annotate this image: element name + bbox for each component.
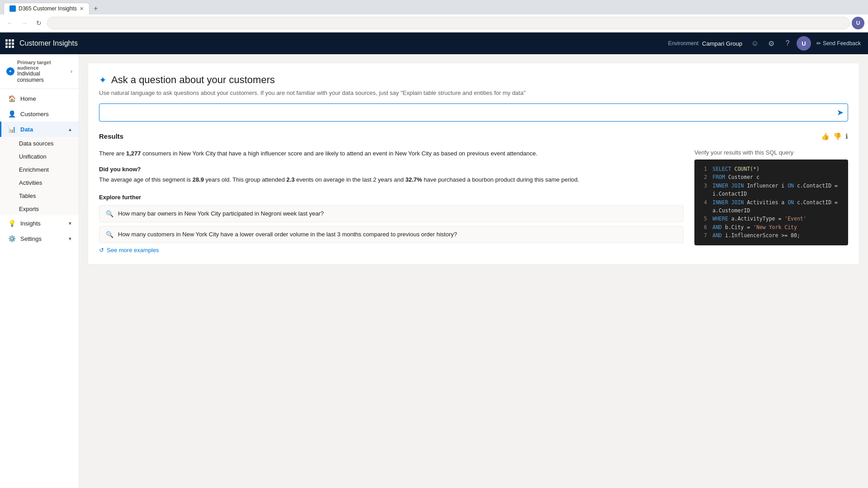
sidebar-subitem-exports[interactable]: Exports xyxy=(0,202,79,216)
sql-panel: Verify your results with this SQL query … xyxy=(694,149,848,253)
sidebar-item-data[interactable]: 📊 Data ▲ xyxy=(0,122,79,137)
main-content: ✦ Ask a question about your customers Us… xyxy=(79,54,868,488)
explore-item-0-text: How many bar owners in New York City par… xyxy=(118,210,324,217)
settings-icon: ⚙️ xyxy=(8,235,16,243)
sidebar-item-customers[interactable]: 👤 Customers xyxy=(0,106,79,122)
thumbs-down-icon[interactable]: 👎 xyxy=(833,132,842,141)
thumbs-up-icon[interactable]: 👍 xyxy=(821,132,830,141)
sidebar-item-insights[interactable]: 💡 Insights ▼ xyxy=(0,216,79,231)
sidebar-subitem-activities[interactable]: Activities xyxy=(0,176,79,189)
sparkle-icon: ✦ xyxy=(99,75,107,85)
explore-item-0-icon: 🔍 xyxy=(106,210,113,217)
app-title: Customer Insights xyxy=(19,39,663,47)
sidebar-subitem-tables[interactable]: Tables xyxy=(0,189,79,202)
browser-chrome: D365 Customer Insights ✕ + ← → ↻ custome… xyxy=(0,0,868,33)
sidebar-item-home[interactable]: 🏠 Home xyxy=(0,91,79,106)
sql-line-4: 4 INNER JOIN Activities a ON c.ContactID… xyxy=(700,198,843,215)
result-top-bar: Results 👍 👎 ℹ xyxy=(99,132,848,144)
waffle-menu-icon[interactable] xyxy=(5,39,14,48)
enrichment-label: Enrichment xyxy=(19,166,49,173)
sql-panel-header: Verify your results with this SQL query xyxy=(694,149,848,156)
home-icon: 🏠 xyxy=(8,94,16,103)
topnav-icon-group: ☺ ⚙ ? U xyxy=(748,36,811,51)
results-main-text: There are 1,277 consumers in New York Ci… xyxy=(99,149,684,159)
ask-question-submit-button[interactable]: ➤ xyxy=(837,108,844,117)
browser-user-avatar[interactable]: U xyxy=(852,17,864,29)
new-tab-button[interactable]: + xyxy=(90,3,102,14)
explore-item-1[interactable]: 🔍 How many customers in New York City ha… xyxy=(99,226,684,243)
result-feedback-group: 👍 👎 ℹ xyxy=(821,132,848,141)
explore-item-1-icon: 🔍 xyxy=(106,231,113,238)
ask-description: Use natural language to ask questions ab… xyxy=(99,89,848,96)
sidebar-subitem-unification[interactable]: Unification xyxy=(0,150,79,163)
sql-lineno-6: 6 xyxy=(700,223,707,231)
target-chevron-icon: › xyxy=(71,68,72,75)
back-button[interactable]: ← xyxy=(4,17,16,29)
send-feedback-icon: ✏ xyxy=(816,40,821,47)
sidebar-item-home-label: Home xyxy=(20,95,72,102)
results-section: Results 👍 👎 ℹ There are 1,277 consumers … xyxy=(99,132,848,253)
explore-further-title: Explore further xyxy=(99,194,684,201)
tab-close-button[interactable]: ✕ xyxy=(80,6,84,12)
sidebar-target-audience[interactable]: ✦ Primary target audience Individual con… xyxy=(0,54,79,89)
avg-age: 28.9 xyxy=(193,176,204,183)
sql-line-2: 2 FROM Customer c xyxy=(700,173,843,181)
sql-lineno-3: 3 xyxy=(700,182,707,198)
see-more-label: See more examples xyxy=(107,247,159,253)
sidebar-subitem-data-sources[interactable]: Data sources xyxy=(0,137,79,150)
ask-question-card: ✦ Ask a question about your customers Us… xyxy=(88,63,859,264)
sql-content-6: AND b.City = 'New York City xyxy=(712,223,797,231)
send-feedback-button[interactable]: ✏ Send Feedback xyxy=(816,40,861,47)
sql-content-4: INNER JOIN Activities a ON c.ContactID =… xyxy=(712,198,843,215)
sql-lineno-5: 5 xyxy=(700,215,707,223)
browser-tab-active[interactable]: D365 Customer Insights ✕ xyxy=(4,3,90,14)
data-chevron-icon: ▲ xyxy=(68,127,72,132)
help-icon-button[interactable]: ? xyxy=(780,36,795,51)
sidebar-target-text: Primary target audience Individual consu… xyxy=(17,60,68,83)
address-bar[interactable]: customerinsights.dynamics.com xyxy=(47,17,850,29)
user-avatar[interactable]: U xyxy=(797,36,811,51)
ask-header: ✦ Ask a question about your customers xyxy=(99,74,848,86)
avg-events: 2.3 xyxy=(287,176,295,183)
sidebar-item-data-label: Data xyxy=(20,126,63,133)
sql-line-5: 5 WHERE a.ActivityType = 'Event' xyxy=(700,215,843,223)
explore-item-0[interactable]: 🔍 How many bar owners in New York City p… xyxy=(99,205,684,222)
explore-item-1-text: How many customers in New York City have… xyxy=(118,231,457,238)
main-layout: ✦ Primary target audience Individual con… xyxy=(0,54,868,488)
search-container: How many of my VIP consumers have a high… xyxy=(99,103,848,122)
see-more-examples-button[interactable]: ↺ See more examples xyxy=(99,247,684,253)
see-more-refresh-icon: ↺ xyxy=(99,247,104,253)
sql-lineno-7: 7 xyxy=(700,231,707,239)
exports-label: Exports xyxy=(19,206,39,212)
info-icon[interactable]: ℹ xyxy=(845,132,848,141)
sidebar-item-insights-label: Insights xyxy=(20,220,63,227)
activities-label: Activities xyxy=(19,179,42,186)
purchase-pct: 32.7% xyxy=(406,176,422,183)
sidebar-subitem-enrichment[interactable]: Enrichment xyxy=(0,163,79,176)
tab-favicon xyxy=(9,5,16,12)
sidebar-item-settings[interactable]: ⚙️ Settings ▼ xyxy=(0,231,79,246)
data-sources-label: Data sources xyxy=(19,140,54,147)
sql-line-1: 1 SELECT COUNT(*) xyxy=(700,165,843,173)
top-navigation: Customer Insights Environment Campari Gr… xyxy=(0,33,868,54)
ask-title: Ask a question about your customers xyxy=(111,74,275,86)
results-main-content: There are 1,277 consumers in New York Ci… xyxy=(99,149,684,253)
sidebar-item-customers-label: Customers xyxy=(20,111,72,117)
sql-line-7: 7 AND i.InfluencerScore >= 80; xyxy=(700,231,843,239)
smiley-icon-button[interactable]: ☺ xyxy=(748,36,762,51)
browser-tabs: D365 Customer Insights ✕ + xyxy=(0,0,868,14)
sql-content-3: INNER JOIN Influencer i ON c.ContactID =… xyxy=(712,182,843,198)
forward-button[interactable]: → xyxy=(18,17,31,29)
did-you-know-text: The average age of this segment is 28.9 … xyxy=(99,175,684,185)
reload-button[interactable]: ↻ xyxy=(33,17,45,29)
ask-question-input[interactable]: How many of my VIP consumers have a high… xyxy=(99,103,848,122)
sql-content-7: AND i.InfluencerScore >= 80; xyxy=(712,231,800,239)
sql-content-1: SELECT COUNT(*) xyxy=(712,165,760,173)
data-icon: 📊 xyxy=(8,125,16,133)
sql-line-3: 3 INNER JOIN Influencer i ON c.ContactID… xyxy=(700,182,843,198)
target-icon: ✦ xyxy=(6,67,14,75)
settings-icon-button[interactable]: ⚙ xyxy=(764,36,778,51)
sql-content-5: WHERE a.ActivityType = 'Event' xyxy=(712,215,807,223)
data-subnav: Data sources Unification Enrichment Acti… xyxy=(0,137,79,216)
environment-label: Environment xyxy=(668,40,698,47)
